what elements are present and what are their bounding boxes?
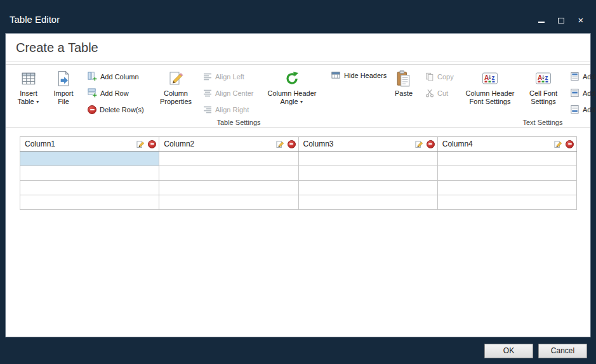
table-body bbox=[20, 152, 577, 210]
delete-column-icon[interactable] bbox=[427, 140, 435, 148]
table-cell[interactable] bbox=[437, 152, 576, 166]
paste-icon bbox=[396, 70, 411, 88]
delete-column-icon[interactable] bbox=[288, 140, 296, 148]
column-properties-button[interactable]: Column Properties bbox=[156, 67, 196, 106]
hide-headers-button[interactable]: Hide Headers bbox=[329, 67, 384, 83]
column-properties-label: Column Properties bbox=[156, 89, 196, 106]
align-center-button[interactable]: Align Center bbox=[201, 85, 257, 101]
table-row bbox=[20, 181, 577, 195]
cell-font-settings-button[interactable]: A z Cell Font Settings bbox=[524, 67, 563, 106]
insert-table-label: Insert Table bbox=[17, 89, 37, 105]
group-table-settings: Column Properties Align Left bbox=[153, 66, 324, 127]
table-cell[interactable] bbox=[20, 152, 159, 166]
group-text-settings: A z Column Header Font Settings bbox=[459, 66, 596, 127]
add-column-icon bbox=[88, 72, 97, 81]
window-controls: × bbox=[538, 16, 585, 24]
edit-column-icon[interactable] bbox=[554, 140, 562, 148]
cell-font-settings-icon: A z bbox=[535, 70, 552, 88]
svg-text:A: A bbox=[538, 74, 542, 81]
add-sub-title-button[interactable]: Add Sub Title bbox=[568, 85, 596, 101]
column-name: Column4 bbox=[442, 140, 473, 148]
maximize-button[interactable] bbox=[557, 16, 565, 24]
column-name: Column3 bbox=[303, 140, 334, 148]
paste-button[interactable]: Paste bbox=[389, 67, 418, 98]
edit-column-icon[interactable] bbox=[415, 140, 423, 148]
edit-column-icon[interactable] bbox=[276, 140, 284, 148]
svg-text:A: A bbox=[484, 74, 489, 81]
add-title-button[interactable]: Add Title bbox=[568, 68, 596, 84]
import-file-button[interactable]: Import File bbox=[49, 67, 78, 106]
table-cell[interactable] bbox=[298, 195, 437, 210]
table-area: Column1 bbox=[20, 136, 576, 210]
align-right-label: Align Right bbox=[215, 106, 249, 114]
table-cell[interactable] bbox=[437, 195, 576, 210]
table-header-cell: Column4 bbox=[437, 137, 576, 152]
insert-table-button[interactable]: Insert Table▼ bbox=[13, 67, 44, 106]
align-right-button[interactable]: Align Right bbox=[201, 101, 257, 117]
table-row bbox=[20, 152, 577, 166]
add-sub-title-icon bbox=[570, 88, 579, 98]
add-title-icon bbox=[570, 72, 579, 81]
table-cell[interactable] bbox=[159, 166, 298, 181]
copy-button[interactable]: Copy bbox=[423, 68, 454, 84]
table-cell[interactable] bbox=[437, 181, 576, 195]
edit-column-icon[interactable] bbox=[136, 140, 145, 148]
import-file-label: Import File bbox=[49, 89, 78, 106]
add-column-button[interactable]: Add Column bbox=[86, 68, 148, 84]
cancel-button[interactable]: Cancel bbox=[538, 344, 587, 358]
group-clipboard: Hide Headers Pa bbox=[327, 66, 456, 127]
table-cell[interactable] bbox=[298, 152, 437, 166]
align-right-icon bbox=[203, 106, 212, 114]
add-column-label: Add Column bbox=[100, 73, 139, 81]
table-row bbox=[20, 166, 577, 181]
table-cell[interactable] bbox=[20, 166, 159, 181]
column-header-font-settings-icon: A z bbox=[482, 70, 498, 88]
add-title-label: Add Title bbox=[583, 73, 596, 81]
table-cell[interactable] bbox=[437, 166, 576, 181]
column-header-angle-button[interactable]: Column Header Angle▼ bbox=[262, 67, 322, 106]
dialog-content: Create a Table bbox=[5, 33, 591, 337]
ok-button[interactable]: OK bbox=[484, 344, 533, 358]
insert-table-icon bbox=[20, 70, 37, 88]
table-cell[interactable] bbox=[159, 195, 298, 210]
minimize-button[interactable] bbox=[538, 16, 545, 24]
table-cell[interactable] bbox=[159, 181, 298, 195]
add-row-button[interactable]: Add Row bbox=[86, 85, 148, 101]
delete-column-icon[interactable] bbox=[148, 140, 156, 148]
table-cell[interactable] bbox=[159, 152, 298, 166]
column-header-font-settings-label: Column Header Font Settings bbox=[461, 89, 519, 106]
table-cell[interactable] bbox=[20, 181, 159, 195]
close-button[interactable]: × bbox=[577, 16, 585, 24]
cut-label: Cut bbox=[437, 89, 448, 97]
table-cell[interactable] bbox=[298, 166, 437, 181]
cut-button[interactable]: Cut bbox=[423, 85, 454, 101]
add-sub-title-label: Add Sub Title bbox=[583, 89, 596, 97]
table-cell[interactable] bbox=[20, 195, 159, 210]
editable-table: Column1 bbox=[20, 136, 577, 210]
add-footer-button[interactable]: Add Footer bbox=[568, 101, 596, 117]
column-properties-icon bbox=[168, 70, 184, 88]
delete-column-icon[interactable] bbox=[566, 140, 574, 148]
dropdown-caret-icon: ▼ bbox=[300, 100, 304, 104]
svg-text:z: z bbox=[545, 74, 548, 81]
table-cell[interactable] bbox=[298, 181, 437, 195]
toolbar-ribbon: Insert Table▼ Import File bbox=[6, 64, 590, 128]
heading-row: Create a Table bbox=[6, 34, 590, 62]
delete-rows-label: Delete Row(s) bbox=[100, 106, 144, 114]
minimize-icon bbox=[538, 22, 545, 23]
group-insert: Insert Table▼ Import File bbox=[11, 66, 81, 127]
column-header-font-settings-button[interactable]: A z Column Header Font Settings bbox=[461, 67, 519, 106]
delete-rows-icon bbox=[88, 105, 96, 114]
align-left-icon bbox=[203, 73, 212, 81]
import-file-icon bbox=[56, 70, 71, 88]
align-left-label: Align Left bbox=[215, 73, 244, 81]
add-footer-icon bbox=[570, 105, 579, 114]
align-left-button[interactable]: Align Left bbox=[201, 68, 257, 84]
paste-label: Paste bbox=[395, 89, 413, 98]
dialog-footer: OK Cancel bbox=[0, 337, 596, 364]
table-header-cell: Column3 bbox=[298, 137, 437, 152]
column-header-angle-label: Column Header Angle bbox=[267, 89, 316, 105]
svg-text:z: z bbox=[492, 74, 495, 81]
close-icon: × bbox=[578, 16, 584, 24]
delete-rows-button[interactable]: Delete Row(s) bbox=[86, 101, 148, 117]
